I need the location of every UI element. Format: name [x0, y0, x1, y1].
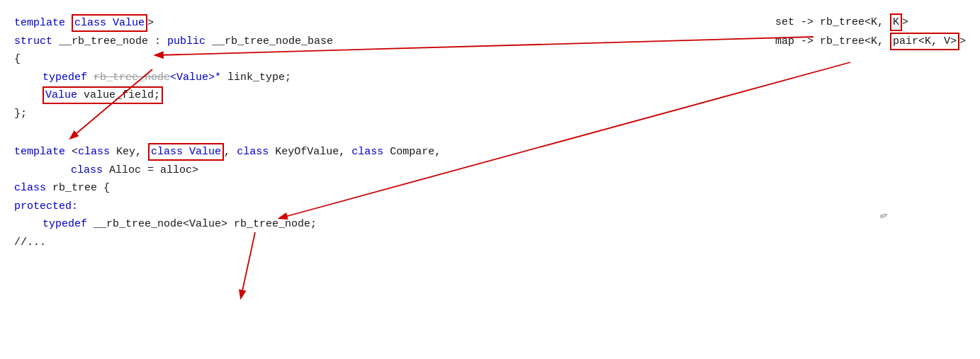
more-params: , [224, 146, 237, 158]
class-keyword-6: class [14, 182, 46, 194]
keyword-template: template [14, 17, 72, 29]
map-annotation-pre: map -> rb_tree<K, [775, 35, 890, 47]
class-keyword-3: class [237, 146, 269, 158]
pair-text: pair<K, V> [893, 35, 957, 47]
annotation-line-2: map -> rb_tree<K, pair<K, V>> [775, 32, 966, 51]
typedef-keyword-2: typedef [43, 218, 87, 230]
value-type: Value [45, 89, 77, 101]
keyofvalue-name: KeyOfValue, [269, 146, 351, 158]
comment-ellipsis: //... [14, 237, 46, 249]
highlight-pair: pair<K, V> [890, 33, 959, 50]
pencil-icon: ✏ [877, 205, 891, 224]
highlight-class-value-2: class Value [148, 143, 224, 161]
compare-name: Compare, [383, 146, 441, 158]
angle-bracket-close-1: > [147, 17, 154, 29]
code-line-1-5: Value value_field; [14, 86, 441, 105]
public-keyword: public [167, 35, 205, 47]
template-keyword-2: template [14, 146, 65, 158]
annotation-line-1: set -> rb_tree<K, K> [775, 13, 966, 32]
code-line-2-4: protected: [14, 198, 441, 216]
class-key: class [78, 146, 110, 158]
code-line-2-5: typedef __rb_tree_node<Value> rb_tree_no… [14, 215, 441, 234]
struct-keyword: struct [14, 35, 52, 47]
highlight-k: K [890, 13, 902, 31]
rb-tree-node-type: __rb_tree_node<Value> rb_tree_node; [94, 218, 317, 230]
code-line-1-6: }; [14, 105, 441, 123]
code-block-2: template <class Key, class Value, class … [14, 143, 441, 251]
code-line-2-1: template <class Key, class Value, class … [14, 143, 441, 161]
class-value-text-1: class Value [74, 17, 145, 29]
annotation-area: set -> rb_tree<K, K> map -> rb_tree<K, p… [775, 13, 966, 51]
code-line-1-2: struct __rb_tree_node : public __rb_tree… [14, 33, 441, 51]
highlight-class-value-1: class Value [72, 14, 147, 32]
code-line-2-2: class Alloc = alloc> [14, 161, 441, 180]
code-line-1-3: { [14, 50, 441, 69]
highlight-value-field: Value value_field; [43, 86, 163, 104]
key-name: Key, [110, 146, 148, 158]
k-text: K [893, 16, 899, 28]
code-line-2-3: class rb_tree { [14, 179, 441, 198]
set-annotation-post: > [902, 16, 908, 28]
set-annotation-pre: set -> rb_tree<K, [775, 16, 890, 28]
struct-name: __rb_tree_node : [52, 35, 167, 47]
map-annotation-post: > [959, 35, 966, 47]
alloc-param: Alloc = alloc> [103, 164, 198, 176]
rbtree-name: rb_tree { [46, 182, 110, 194]
typedef-content: rb_tree_node<Value>* link_type; [94, 72, 291, 84]
class-value-text-2: class Value [151, 146, 221, 158]
code-block-1: template class Value> struct __rb_tree_n… [14, 14, 441, 123]
class-keyword-4: class [351, 146, 383, 158]
protected-keyword: protected: [14, 200, 78, 212]
code-area: template class Value> struct __rb_tree_n… [14, 14, 441, 251]
typedef-keyword: typedef [43, 72, 87, 84]
code-line-2-6: //... [14, 234, 441, 252]
field-name: value_field; [77, 89, 160, 101]
code-line-1-4: typedef rb_tree_node<Value>* link_type; [14, 69, 441, 87]
template-params-pre: < [72, 146, 78, 158]
class-keyword-5: class [71, 164, 103, 176]
code-line-1-1: template class Value> [14, 14, 441, 33]
base-class: __rb_tree_node_base [205, 35, 333, 47]
